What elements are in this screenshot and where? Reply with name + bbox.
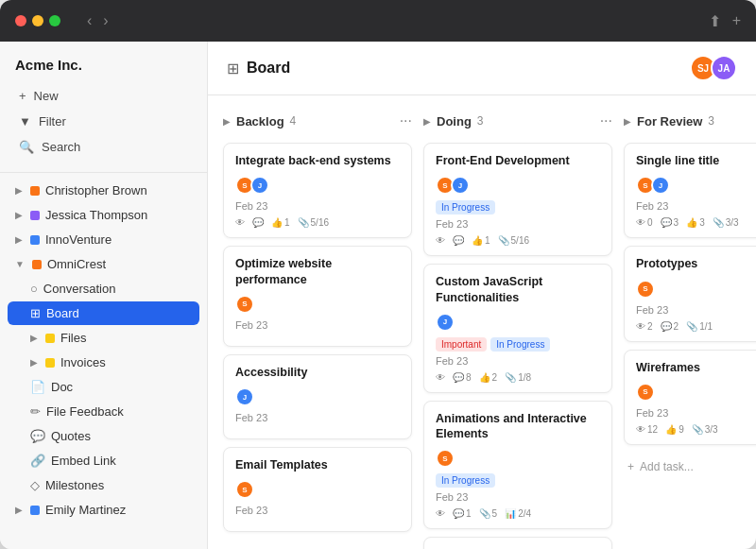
meta-attach: 📎3/3: [692, 424, 718, 435]
sidebar-item-innoventure[interactable]: ▶ InnoVenture: [8, 228, 199, 251]
meta-attach: 📎1/1: [686, 321, 713, 332]
meta-like: 👍3: [686, 217, 705, 228]
doc-label: Doc: [51, 380, 73, 394]
card-r1-date: Feb 23: [636, 200, 756, 212]
review-chevron-icon[interactable]: ▶: [624, 116, 631, 127]
christopher-label: Christopher Brown: [45, 183, 147, 197]
for-review-title: For Review: [637, 114, 702, 129]
sidebar-item-board[interactable]: ⊞ Board: [8, 301, 199, 325]
milestones-label: Milestones: [45, 478, 104, 492]
filter-action[interactable]: ▼ Filter: [11, 110, 196, 133]
card-b4-avatars: S: [235, 480, 400, 499]
sidebar-item-christopher[interactable]: ▶ Christopher Brown: [8, 179, 199, 202]
sidebar-item-quotes[interactable]: 💬 Quotes: [8, 424, 199, 448]
card-d2-title: Custom JavaScript Functionalities: [436, 274, 600, 305]
avatar-simeon: S: [235, 295, 254, 314]
tag-in-progress: In Progress: [436, 473, 495, 488]
avatar-jane: J: [651, 176, 670, 195]
column-doing: ▶ Doing 3 ··· Front-End Development S J: [423, 111, 612, 549]
card-r2-avatars: S: [636, 280, 756, 299]
new-action[interactable]: + New: [11, 84, 196, 108]
column-for-review: ▶ For Review 3 ··· Single line title S J…: [624, 111, 756, 481]
close-button[interactable]: [15, 15, 26, 26]
card-b1-meta: 👁 💬 👍1 📎5/16: [235, 217, 400, 228]
card-d3-title: Animations and Interactive Elements: [436, 411, 600, 442]
backlog-title: Backlog: [236, 114, 284, 129]
backlog-add-task[interactable]: + Add task...: [223, 540, 412, 549]
forward-button[interactable]: ›: [99, 10, 112, 31]
meta-comment: 💬8: [453, 372, 472, 383]
folder-icon-jessica: [30, 211, 40, 220]
card-d1[interactable]: Front-End Development S J In Progress Fe…: [423, 143, 612, 256]
card-b2-title: Optimize website performance: [235, 256, 400, 287]
sidebar-item-file-feedback[interactable]: ✏ File Feedback: [8, 400, 199, 423]
card-r3-meta: 👁12 👍9 📎3/3: [636, 424, 756, 435]
doing-count: 3: [477, 114, 484, 128]
add-tab-icon[interactable]: +: [732, 12, 741, 30]
meta-attach: 📎1/8: [505, 372, 531, 383]
sidebar-item-embed-link[interactable]: 🔗 Embed Link: [8, 449, 199, 472]
conversation-label: Conversation: [43, 282, 116, 296]
backlog-chevron-icon[interactable]: ▶: [223, 116, 231, 127]
sidebar-item-jessica[interactable]: ▶ Jessica Thompson: [8, 203, 199, 227]
card-r2[interactable]: Prototypes S Feb 23 👁2 💬2 📎1/1: [624, 246, 756, 341]
card-b2[interactable]: Optimize website performance S Feb 23: [223, 246, 412, 347]
minimize-button[interactable]: [32, 15, 43, 26]
meta-eye: 👁: [436, 235, 445, 246]
meta-eye: 👁: [436, 372, 445, 383]
card-b1-title: Integrate back-end systems: [235, 153, 400, 168]
sidebar-item-conversation[interactable]: ○ Conversation: [8, 277, 199, 300]
review-add-task[interactable]: + Add task...: [624, 453, 756, 481]
card-d3[interactable]: Animations and Interactive Elements S In…: [423, 401, 612, 530]
board-nav-label: Board: [46, 306, 79, 320]
doc-icon: 📄: [30, 380, 45, 394]
card-d4[interactable]: Custom Forms J: [423, 537, 612, 549]
backlog-more-icon[interactable]: ···: [400, 112, 412, 129]
meta-eye: 👁: [436, 508, 445, 519]
card-r3[interactable]: Wireframes S Feb 23 👁12 👍9 📎3/3: [624, 350, 756, 445]
card-d1-avatars: S J: [436, 176, 600, 195]
sidebar-item-milestones[interactable]: ◇ Milestones: [8, 473, 199, 497]
titlebar-actions: ⬆ +: [709, 12, 741, 30]
card-b2-avatars: S: [235, 295, 400, 314]
app-window: ‹ › ⬆ + Acme Inc. + New ▼ Filter 🔍: [0, 0, 756, 549]
sidebar-item-files[interactable]: ▶ Files: [8, 326, 199, 350]
card-r1[interactable]: Single line title S J Feb 23 👁0 💬3 👍3 📎3…: [624, 143, 756, 238]
avatar-simeon: S: [636, 383, 655, 402]
sidebar-item-invoices[interactable]: ▶ Invoices: [8, 351, 199, 374]
card-b3[interactable]: Accessibility J Feb 23: [223, 354, 412, 439]
search-action[interactable]: 🔍 Search: [11, 135, 196, 159]
meta-comment: 💬3: [661, 217, 679, 228]
share-icon[interactable]: ⬆: [709, 12, 721, 30]
meta-eye: 👁2: [636, 321, 653, 332]
sidebar-item-omnicrest[interactable]: ▼ OmniCrest: [8, 252, 199, 276]
folder-icon-files: [45, 334, 55, 343]
doing-chevron-icon[interactable]: ▶: [423, 116, 431, 127]
card-b4[interactable]: Email Templates S Feb 23: [223, 447, 412, 532]
card-b4-title: Email Templates: [235, 457, 400, 472]
chevron-right-icon: ▶: [30, 333, 38, 343]
doing-title: Doing: [437, 114, 472, 129]
review-add-label: Add task...: [640, 460, 694, 473]
card-d3-meta: 👁 💬1 📎5 📊2/4: [436, 508, 600, 519]
meta-attach: 📎5: [479, 508, 498, 519]
main-content: Acme Inc. + New ▼ Filter 🔍 Search: [0, 42, 756, 549]
sidebar-item-emily[interactable]: ▶ Emily Martinez: [8, 498, 199, 522]
board-icon: ⊞: [30, 306, 41, 320]
avatar-jane: J: [235, 387, 254, 406]
card-b1[interactable]: Integrate back-end systems S J Feb 23 👁 …: [223, 143, 412, 238]
avatar-simeon: S: [636, 280, 655, 299]
chevron-right-icon: ▶: [15, 505, 23, 515]
doing-more-icon[interactable]: ···: [600, 112, 612, 129]
traffic-lights: [15, 15, 60, 26]
card-d2[interactable]: Custom JavaScript Functionalities J Impo…: [423, 264, 612, 393]
sidebar-item-doc[interactable]: 📄 Doc: [8, 375, 199, 399]
card-b4-date: Feb 23: [235, 505, 400, 516]
back-button[interactable]: ‹: [83, 10, 95, 31]
embed-link-label: Embed Link: [51, 454, 116, 468]
maximize-button[interactable]: [49, 15, 60, 26]
chevron-down-icon: ▼: [15, 259, 25, 269]
avatar-jane: J: [436, 313, 455, 332]
card-r1-avatars: S J: [636, 176, 756, 195]
column-header-doing: ▶ Doing 3 ···: [423, 111, 612, 135]
